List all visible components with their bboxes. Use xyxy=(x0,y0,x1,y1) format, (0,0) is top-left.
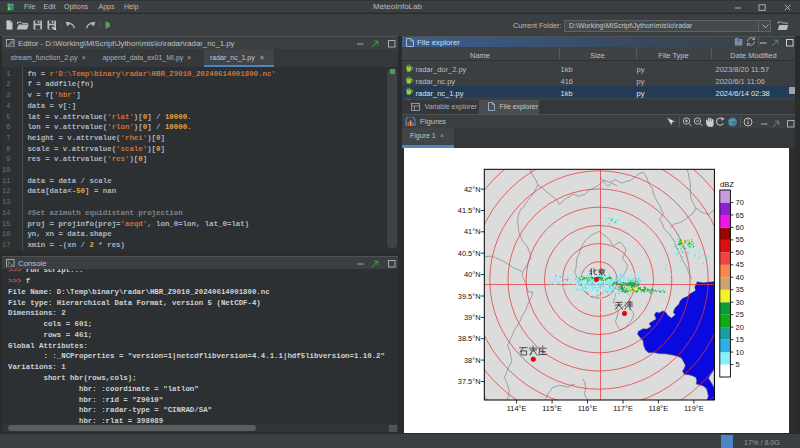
svg-text:40: 40 xyxy=(736,273,744,282)
svg-text:dBZ: dBZ xyxy=(720,180,734,189)
svg-text:116°E: 116°E xyxy=(578,404,598,413)
svg-text:55: 55 xyxy=(736,235,744,244)
svg-text:10: 10 xyxy=(736,348,744,357)
svg-text:119°E: 119°E xyxy=(684,404,704,413)
svg-text:118°E: 118°E xyxy=(649,404,669,413)
svg-text:50: 50 xyxy=(736,248,744,257)
svg-text:40.5°N: 40.5°N xyxy=(458,249,481,258)
svg-text:15: 15 xyxy=(736,335,744,344)
svg-text:38.5°N: 38.5°N xyxy=(458,334,481,343)
svg-text:30: 30 xyxy=(736,298,744,307)
svg-text:40°N: 40°N xyxy=(464,270,481,279)
svg-text:41.5°N: 41.5°N xyxy=(458,206,481,215)
svg-text:37.5°N: 37.5°N xyxy=(458,377,481,386)
svg-text:41°N: 41°N xyxy=(464,227,481,236)
svg-text:70: 70 xyxy=(736,198,744,207)
svg-text:20: 20 xyxy=(736,323,744,332)
svg-text:60: 60 xyxy=(736,223,744,232)
svg-text:115°E: 115°E xyxy=(542,404,562,413)
svg-text:117°E: 117°E xyxy=(613,404,633,413)
svg-text:65: 65 xyxy=(736,211,744,220)
svg-text:39.5°N: 39.5°N xyxy=(458,292,481,301)
svg-text:38°N: 38°N xyxy=(464,356,481,365)
svg-text:25: 25 xyxy=(736,310,744,319)
svg-text:114°E: 114°E xyxy=(507,404,527,413)
svg-text:42°N: 42°N xyxy=(464,185,481,194)
svg-text:5: 5 xyxy=(736,360,740,369)
svg-text:39°N: 39°N xyxy=(464,313,481,322)
svg-text:35: 35 xyxy=(736,285,744,294)
svg-text:45: 45 xyxy=(736,260,744,269)
